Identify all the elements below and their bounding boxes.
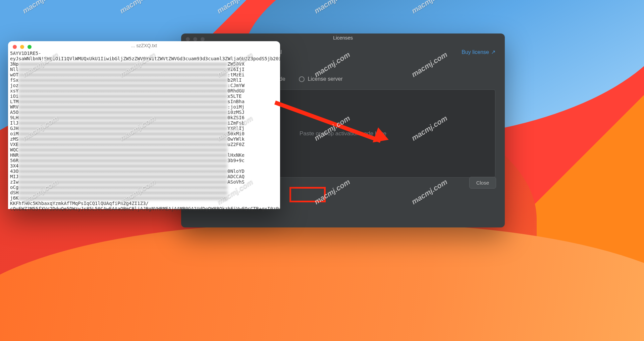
traffic-min[interactable] <box>193 37 197 41</box>
radio-icon <box>299 76 305 82</box>
licenses-title: Licenses <box>181 33 505 42</box>
activation-code-placeholder: Paste or drop activation code here <box>300 130 386 137</box>
license-server-option[interactable]: License server <box>299 76 343 82</box>
buy-license-link[interactable]: Buy license ↗ <box>462 49 495 55</box>
traffic-min[interactable] <box>20 45 24 49</box>
watermark: macmj.com <box>215 0 254 15</box>
traffic-max[interactable] <box>201 37 205 41</box>
window-controls <box>13 45 32 49</box>
watermark: macmj.com <box>118 0 157 15</box>
traffic-close[interactable] <box>13 45 17 49</box>
textedit-filename: ... szZXQ.txt <box>8 41 280 50</box>
textedit-window: ... szZXQ.txt 5AYV1D1RE5- eyJsaWNlbnN!SW… <box>8 41 280 209</box>
text-content[interactable]: 5AYV1D1RE5- eyJsaWNlbnN!SWQiOiI1QVlWMUQx… <box>8 50 280 212</box>
watermark: macmj.com <box>21 0 60 15</box>
traffic-close[interactable] <box>186 37 190 41</box>
window-controls <box>186 37 205 41</box>
license-server-label: License server <box>308 76 343 82</box>
traffic-max[interactable] <box>28 45 32 49</box>
close-button[interactable]: Close <box>469 177 496 189</box>
external-link-icon: ↗ <box>491 49 495 55</box>
buy-license-label: Buy license <box>462 49 489 55</box>
